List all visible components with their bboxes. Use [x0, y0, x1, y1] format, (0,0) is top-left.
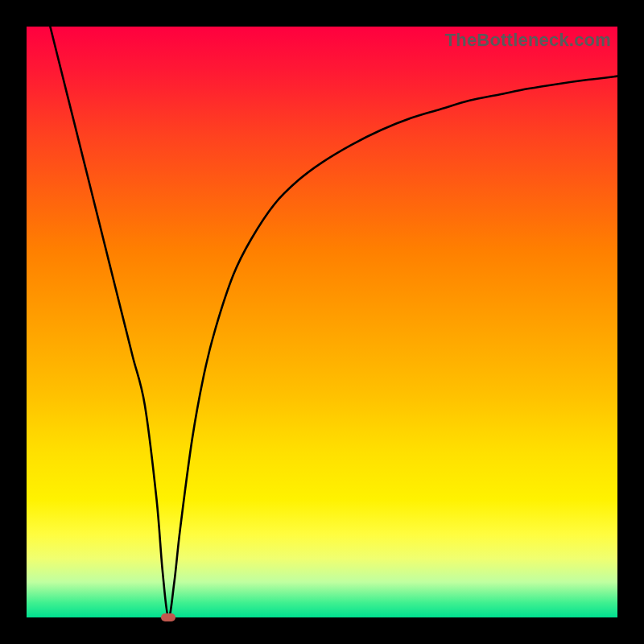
minimum-marker: [161, 613, 175, 621]
plot-area: TheBottleneck.com: [27, 27, 617, 617]
chart-frame: TheBottleneck.com: [0, 0, 644, 644]
curve-svg: [27, 27, 617, 617]
attribution-text: TheBottleneck.com: [445, 30, 611, 51]
bottleneck-curve: [50, 27, 617, 617]
